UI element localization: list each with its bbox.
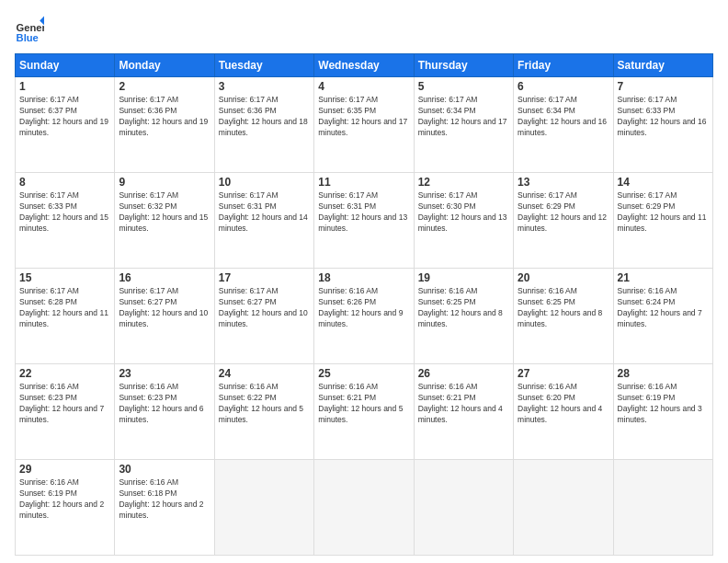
day-detail: Sunrise: 6:16 AMSunset: 6:26 PMDaylight:…	[318, 286, 409, 330]
day-detail: Sunrise: 6:17 AMSunset: 6:29 PMDaylight:…	[518, 190, 609, 235]
day-number: 2	[119, 80, 210, 93]
day-cell-24: 24Sunrise: 6:16 AMSunset: 6:22 PMDayligh…	[214, 364, 313, 460]
day-detail: Sunrise: 6:17 AMSunset: 6:34 PMDaylight:…	[418, 95, 509, 139]
day-detail: Sunrise: 6:17 AMSunset: 6:33 PMDaylight:…	[618, 95, 709, 139]
day-number: 11	[318, 176, 409, 189]
week-row-5: 29Sunrise: 6:16 AMSunset: 6:19 PMDayligh…	[16, 460, 713, 556]
day-detail: Sunrise: 6:16 AMSunset: 6:19 PMDaylight:…	[618, 382, 709, 426]
day-cell-8: 8Sunrise: 6:17 AMSunset: 6:33 PMDaylight…	[16, 173, 115, 269]
week-row-2: 8Sunrise: 6:17 AMSunset: 6:33 PMDaylight…	[16, 173, 713, 269]
day-number: 27	[518, 367, 609, 380]
day-detail: Sunrise: 6:16 AMSunset: 6:25 PMDaylight:…	[418, 286, 509, 330]
day-cell-3: 3Sunrise: 6:17 AMSunset: 6:36 PMDaylight…	[214, 77, 313, 173]
logo-icon: General Blue	[15, 15, 44, 44]
day-number: 14	[618, 176, 709, 189]
day-cell-28: 28Sunrise: 6:16 AMSunset: 6:19 PMDayligh…	[613, 364, 712, 460]
day-cell-16: 16Sunrise: 6:17 AMSunset: 6:27 PMDayligh…	[115, 269, 214, 364]
day-cell-29: 29Sunrise: 6:16 AMSunset: 6:19 PMDayligh…	[16, 460, 115, 556]
day-detail: Sunrise: 6:17 AMSunset: 6:35 PMDaylight:…	[318, 95, 409, 139]
calendar-table: SundayMondayTuesdayWednesdayThursdayFrid…	[15, 53, 713, 556]
svg-text:Blue: Blue	[17, 32, 39, 43]
day-number: 1	[19, 80, 110, 93]
day-cell-4: 4Sunrise: 6:17 AMSunset: 6:35 PMDaylight…	[314, 77, 414, 173]
day-cell-2: 2Sunrise: 6:17 AMSunset: 6:36 PMDaylight…	[115, 77, 214, 173]
day-detail: Sunrise: 6:16 AMSunset: 6:22 PMDaylight:…	[219, 382, 310, 426]
day-cell-21: 21Sunrise: 6:16 AMSunset: 6:24 PMDayligh…	[613, 269, 712, 364]
day-detail: Sunrise: 6:17 AMSunset: 6:33 PMDaylight:…	[19, 190, 110, 235]
day-cell-18: 18Sunrise: 6:16 AMSunset: 6:26 PMDayligh…	[314, 269, 414, 364]
day-number: 13	[518, 176, 609, 189]
col-header-monday: Monday	[115, 54, 214, 77]
day-number: 28	[618, 367, 709, 380]
day-detail: Sunrise: 6:16 AMSunset: 6:19 PMDaylight:…	[19, 477, 110, 522]
day-cell-1: 1Sunrise: 6:17 AMSunset: 6:37 PMDaylight…	[16, 77, 115, 173]
day-number: 18	[318, 271, 409, 284]
day-detail: Sunrise: 6:16 AMSunset: 6:25 PMDaylight:…	[518, 286, 609, 330]
day-detail: Sunrise: 6:17 AMSunset: 6:30 PMDaylight:…	[418, 190, 509, 235]
day-cell-11: 11Sunrise: 6:17 AMSunset: 6:31 PMDayligh…	[314, 173, 414, 269]
day-number: 9	[119, 176, 210, 189]
day-detail: Sunrise: 6:17 AMSunset: 6:36 PMDaylight:…	[119, 95, 210, 139]
col-header-friday: Friday	[514, 54, 613, 77]
col-header-saturday: Saturday	[613, 54, 712, 77]
day-cell-10: 10Sunrise: 6:17 AMSunset: 6:31 PMDayligh…	[214, 173, 313, 269]
day-cell-17: 17Sunrise: 6:17 AMSunset: 6:27 PMDayligh…	[214, 269, 313, 364]
header: General Blue	[15, 15, 713, 44]
day-number: 26	[418, 367, 509, 380]
day-detail: Sunrise: 6:16 AMSunset: 6:21 PMDaylight:…	[418, 382, 509, 426]
day-number: 24	[219, 367, 310, 380]
day-detail: Sunrise: 6:17 AMSunset: 6:37 PMDaylight:…	[19, 95, 110, 139]
col-header-wednesday: Wednesday	[314, 54, 414, 77]
day-detail: Sunrise: 6:17 AMSunset: 6:29 PMDaylight:…	[618, 190, 709, 235]
day-number: 15	[19, 271, 110, 284]
day-cell-20: 20Sunrise: 6:16 AMSunset: 6:25 PMDayligh…	[514, 269, 613, 364]
day-detail: Sunrise: 6:17 AMSunset: 6:27 PMDaylight:…	[219, 286, 310, 330]
empty-cell	[214, 460, 313, 556]
day-cell-19: 19Sunrise: 6:16 AMSunset: 6:25 PMDayligh…	[414, 269, 513, 364]
day-cell-30: 30Sunrise: 6:16 AMSunset: 6:18 PMDayligh…	[115, 460, 214, 556]
svg-text:General: General	[17, 22, 44, 33]
day-number: 19	[418, 271, 509, 284]
day-cell-26: 26Sunrise: 6:16 AMSunset: 6:21 PMDayligh…	[414, 364, 513, 460]
logo: General Blue	[15, 15, 44, 44]
day-cell-27: 27Sunrise: 6:16 AMSunset: 6:20 PMDayligh…	[514, 364, 613, 460]
day-number: 16	[119, 271, 210, 284]
day-detail: Sunrise: 6:16 AMSunset: 6:20 PMDaylight:…	[518, 382, 609, 426]
day-detail: Sunrise: 6:16 AMSunset: 6:23 PMDaylight:…	[19, 382, 110, 426]
day-detail: Sunrise: 6:16 AMSunset: 6:21 PMDaylight:…	[318, 382, 409, 426]
day-number: 4	[318, 80, 409, 93]
day-number: 5	[418, 80, 509, 93]
day-number: 25	[318, 367, 409, 380]
day-cell-25: 25Sunrise: 6:16 AMSunset: 6:21 PMDayligh…	[314, 364, 414, 460]
day-cell-9: 9Sunrise: 6:17 AMSunset: 6:32 PMDaylight…	[115, 173, 214, 269]
day-detail: Sunrise: 6:17 AMSunset: 6:34 PMDaylight:…	[518, 95, 609, 139]
day-cell-6: 6Sunrise: 6:17 AMSunset: 6:34 PMDaylight…	[514, 77, 613, 173]
day-detail: Sunrise: 6:17 AMSunset: 6:31 PMDaylight:…	[219, 190, 310, 235]
day-detail: Sunrise: 6:16 AMSunset: 6:24 PMDaylight:…	[618, 286, 709, 330]
empty-cell	[514, 460, 613, 556]
day-number: 17	[219, 271, 310, 284]
day-number: 22	[19, 367, 110, 380]
day-number: 29	[19, 463, 110, 476]
empty-cell	[613, 460, 712, 556]
col-header-tuesday: Tuesday	[214, 54, 313, 77]
day-number: 7	[618, 80, 709, 93]
day-cell-12: 12Sunrise: 6:17 AMSunset: 6:30 PMDayligh…	[414, 173, 513, 269]
day-detail: Sunrise: 6:17 AMSunset: 6:36 PMDaylight:…	[219, 95, 310, 139]
day-number: 6	[518, 80, 609, 93]
day-detail: Sunrise: 6:16 AMSunset: 6:18 PMDaylight:…	[119, 477, 210, 522]
day-detail: Sunrise: 6:16 AMSunset: 6:23 PMDaylight:…	[119, 382, 210, 426]
empty-cell	[314, 460, 414, 556]
day-detail: Sunrise: 6:17 AMSunset: 6:31 PMDaylight:…	[318, 190, 409, 235]
day-number: 21	[618, 271, 709, 284]
day-detail: Sunrise: 6:17 AMSunset: 6:32 PMDaylight:…	[119, 190, 210, 235]
day-number: 23	[119, 367, 210, 380]
week-row-4: 22Sunrise: 6:16 AMSunset: 6:23 PMDayligh…	[16, 364, 713, 460]
day-cell-14: 14Sunrise: 6:17 AMSunset: 6:29 PMDayligh…	[613, 173, 712, 269]
col-header-thursday: Thursday	[414, 54, 513, 77]
week-row-1: 1Sunrise: 6:17 AMSunset: 6:37 PMDaylight…	[16, 77, 713, 173]
day-cell-13: 13Sunrise: 6:17 AMSunset: 6:29 PMDayligh…	[514, 173, 613, 269]
day-cell-5: 5Sunrise: 6:17 AMSunset: 6:34 PMDaylight…	[414, 77, 513, 173]
day-cell-7: 7Sunrise: 6:17 AMSunset: 6:33 PMDaylight…	[613, 77, 712, 173]
day-number: 12	[418, 176, 509, 189]
